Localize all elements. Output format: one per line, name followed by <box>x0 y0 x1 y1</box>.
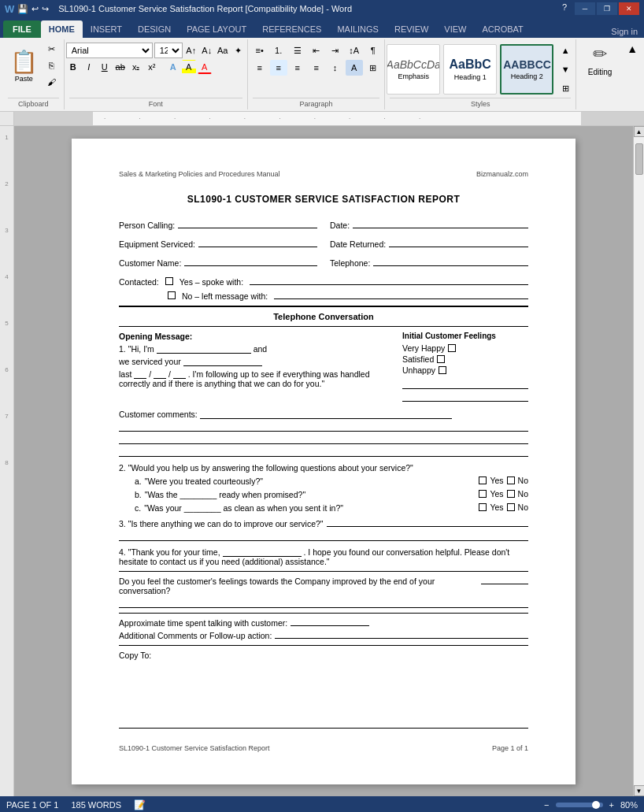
zoom-thumb[interactable] <box>592 801 600 809</box>
paste-button[interactable]: 📋 Paste <box>6 41 41 90</box>
sign-in-button[interactable]: Sign in <box>605 25 644 38</box>
zoom-slider[interactable] <box>556 803 603 807</box>
feelings-q-line2[interactable] <box>119 597 528 608</box>
increase-indent-button[interactable]: ⇥ <box>327 43 344 58</box>
page[interactable]: Sales & Marketing Policies and Procedure… <box>72 139 576 784</box>
zoom-in-icon[interactable]: + <box>609 800 614 810</box>
tab-references[interactable]: REFERENCES <box>254 20 329 38</box>
comments-line4[interactable] <box>119 446 528 457</box>
grow-font-button[interactable]: A↑ <box>184 43 198 57</box>
q-c-yes-checkbox[interactable] <box>479 503 487 511</box>
zoom-out-icon[interactable]: − <box>544 800 549 810</box>
q-c-no-checkbox[interactable] <box>507 503 515 511</box>
feelings-q-line[interactable] <box>481 584 528 584</box>
collapse-ribbon-button[interactable]: ▲ <box>624 39 641 109</box>
underline-button[interactable]: U <box>98 60 112 74</box>
cut-button[interactable]: ✂ <box>43 41 60 57</box>
comments-line2[interactable] <box>119 421 528 432</box>
shading-button[interactable]: A <box>346 60 363 76</box>
scroll-thumb[interactable] <box>635 143 643 175</box>
tab-acrobat[interactable]: ACROBAT <box>474 20 531 38</box>
yes-checkbox[interactable] <box>165 277 173 285</box>
name-line[interactable] <box>157 353 251 354</box>
unhappy-checkbox[interactable] <box>439 366 446 374</box>
comments-line3[interactable] <box>119 433 528 444</box>
approx-time-line[interactable] <box>291 625 369 626</box>
customer-name-line[interactable] <box>184 255 317 266</box>
quick-access-redo[interactable]: ↪ <box>42 4 49 14</box>
quick-access-save[interactable]: 💾 <box>17 4 28 14</box>
styles-scroll-down[interactable]: ▼ <box>557 61 574 77</box>
bold-button[interactable]: B <box>66 60 80 74</box>
sort-button[interactable]: ↕A <box>346 43 363 58</box>
person-calling-line[interactable] <box>178 217 317 228</box>
feelings-line2[interactable] <box>402 391 528 402</box>
numbering-button[interactable]: 1. <box>270 43 287 58</box>
q-a-yes-checkbox[interactable] <box>479 476 487 484</box>
feelings-line1[interactable] <box>402 378 528 389</box>
tab-mailings[interactable]: MAILINGS <box>329 20 387 38</box>
serviced-line[interactable] <box>183 365 262 366</box>
align-right-button[interactable]: ≡ <box>289 60 306 76</box>
q-a-no-checkbox[interactable] <box>507 476 515 484</box>
justify-button[interactable]: ≡ <box>308 60 325 76</box>
telephone-line[interactable] <box>373 255 528 266</box>
highlight-button[interactable]: A <box>182 60 196 74</box>
tab-view[interactable]: VIEW <box>436 20 474 38</box>
subscript-button[interactable]: x₂ <box>129 60 143 74</box>
strikethrough-button[interactable]: ab <box>113 60 128 74</box>
restore-button[interactable]: ❐ <box>597 2 617 15</box>
font-name-select[interactable]: Arial <box>66 43 153 58</box>
change-case-button[interactable]: Aa <box>216 43 230 57</box>
q-b-yes-checkbox[interactable] <box>479 490 487 498</box>
style-heading1[interactable]: AaBbC Heading 1 <box>443 44 497 95</box>
additional-comments-line[interactable] <box>275 638 528 639</box>
styles-more[interactable]: ⊞ <box>557 80 574 96</box>
minimize-button[interactable]: ─ <box>575 2 595 15</box>
no-checkbox[interactable] <box>168 291 176 299</box>
comments-line1[interactable] <box>200 418 452 419</box>
tab-page-layout[interactable]: PAGE LAYOUT <box>179 20 254 38</box>
left-message-line[interactable] <box>274 288 528 299</box>
borders-button[interactable]: ⊞ <box>365 60 382 76</box>
ruler-active-area[interactable]: · · · · · · · · · · <box>93 112 581 125</box>
font-color-button[interactable]: A <box>198 60 212 74</box>
date-returned-line[interactable] <box>389 236 528 247</box>
tab-home[interactable]: HOME <box>41 20 83 38</box>
equipment-line[interactable] <box>198 236 317 247</box>
superscript-button[interactable]: x² <box>145 60 159 74</box>
text-effects-button[interactable]: A <box>166 60 180 74</box>
line-spacing-button[interactable]: ↕ <box>327 60 344 76</box>
very-happy-checkbox[interactable] <box>448 344 456 352</box>
copy-button[interactable]: ⎘ <box>43 57 60 73</box>
scroll-down-arrow[interactable]: ▼ <box>634 785 645 796</box>
close-button[interactable]: ✕ <box>619 2 639 15</box>
shrink-font-button[interactable]: A↓ <box>200 43 214 57</box>
decrease-indent-button[interactable]: ⇤ <box>308 43 325 58</box>
format-painter-button[interactable]: 🖌 <box>43 74 60 90</box>
multilevel-button[interactable]: ☰ <box>289 43 306 58</box>
bullets-button[interactable]: ≡• <box>251 43 268 58</box>
tab-file[interactable]: FILE <box>3 20 41 38</box>
q3-line1[interactable] <box>327 526 528 527</box>
tab-design[interactable]: DESIGN <box>130 20 179 38</box>
style-emphasis[interactable]: AaBbCcDa Emphasis <box>387 44 440 95</box>
tab-review[interactable]: REVIEW <box>387 20 436 38</box>
show-marks-button[interactable]: ¶ <box>365 43 382 58</box>
quick-access-undo[interactable]: ↩ <box>31 4 39 14</box>
align-left-button[interactable]: ≡ <box>251 60 268 76</box>
styles-scroll-up[interactable]: ▲ <box>557 43 574 58</box>
q3-line2[interactable] <box>119 530 528 541</box>
scroll-up-arrow[interactable]: ▲ <box>634 126 645 137</box>
font-size-select[interactable]: 12 <box>154 43 183 58</box>
tab-insert[interactable]: INSERT <box>83 20 130 38</box>
help-icon[interactable]: ? <box>562 2 567 15</box>
italic-button[interactable]: I <box>82 60 96 74</box>
q-b-no-checkbox[interactable] <box>507 490 515 498</box>
date-line[interactable] <box>353 217 528 228</box>
satisfied-checkbox[interactable] <box>437 355 445 363</box>
spoke-with-line[interactable] <box>250 274 528 285</box>
style-heading2[interactable]: AABBCC Heading 2 <box>500 44 553 95</box>
editing-icon[interactable]: ✏ <box>593 44 607 65</box>
clear-format-button[interactable]: ✦ <box>231 43 246 57</box>
